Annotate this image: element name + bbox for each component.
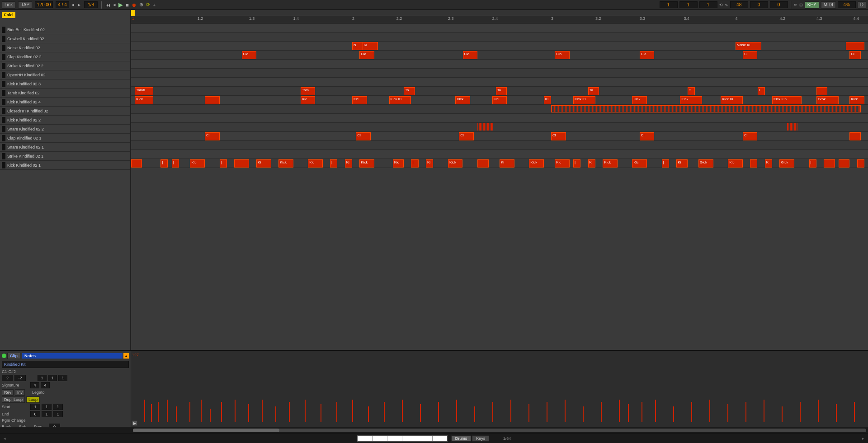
clip-kick4-2[interactable] xyxy=(205,96,220,104)
clip-tamb-4[interactable]: Ta xyxy=(496,87,507,95)
clip-k1-33[interactable] xyxy=(824,159,835,168)
clip-k1-32[interactable]: | xyxy=(809,159,816,168)
clip-kick4-7[interactable]: Kic xyxy=(492,96,507,104)
clip-k1-14[interactable]: | xyxy=(411,159,418,168)
clip-k1-6[interactable] xyxy=(234,159,249,168)
clip-tamb-7[interactable]: I xyxy=(758,87,765,95)
clip-k1-23[interactable]: Kick xyxy=(603,159,618,168)
inv-button[interactable]: Inv xyxy=(15,389,25,396)
d-button[interactable]: D xyxy=(858,1,866,9)
clip-k1-22[interactable]: K xyxy=(588,159,595,168)
clip-k1-35[interactable] xyxy=(857,159,864,168)
rewind-icon[interactable]: ⏮ xyxy=(105,2,110,8)
rev-button[interactable]: Rev xyxy=(2,389,14,396)
clip-tamb-2[interactable]: Tam xyxy=(301,87,316,95)
clip-k1-29[interactable]: | xyxy=(750,159,757,168)
bank-val1-input[interactable] xyxy=(2,375,13,381)
track-row-strike2[interactable] xyxy=(131,60,868,69)
clip-kick4-3[interactable]: Kic xyxy=(301,96,316,104)
clip-clap2-3[interactable]: Cla xyxy=(463,51,478,59)
sig-top-input[interactable] xyxy=(30,382,39,388)
clip-clap2-2[interactable]: Cla xyxy=(359,51,374,59)
h-scrollbar[interactable] xyxy=(0,427,868,433)
prev-icon[interactable]: ◂ xyxy=(113,2,116,8)
clip-clap2-5[interactable]: Cla xyxy=(640,51,655,59)
mini-piano-area[interactable]: 127 xyxy=(131,351,868,427)
clip-clap2-4[interactable]: Cla xyxy=(555,51,570,59)
record-icon[interactable]: ⏺ xyxy=(132,2,137,8)
clip-k1-11[interactable]: Ki xyxy=(345,159,352,168)
track-row-kick2[interactable] xyxy=(131,114,868,123)
clip-k1-25[interactable]: | xyxy=(662,159,669,168)
bank-val3-input[interactable] xyxy=(38,375,47,381)
clip-k1-17[interactable] xyxy=(477,159,488,168)
clip-k1-1[interactable] xyxy=(131,159,142,168)
track-row-noise[interactable]: Noise Ki Noise Ki xyxy=(131,42,868,51)
track-row-clap1[interactable]: Cl Cl Cl Cl Cl Cl xyxy=(131,132,868,141)
follow-icon[interactable]: + xyxy=(153,2,156,8)
clip-k1-18[interactable]: Ki xyxy=(500,159,514,168)
notes-expand-button[interactable]: ▲ xyxy=(123,353,129,359)
clip-kick4-13[interactable]: Kick Kin xyxy=(772,96,802,104)
clip-kick4-15[interactable]: Kick xyxy=(849,96,864,104)
clip-k1-5[interactable]: | xyxy=(220,159,227,168)
clip-k1-24[interactable]: Kic xyxy=(632,159,647,168)
loop-button[interactable]: Loop xyxy=(26,396,40,403)
clip-clap1-2[interactable]: Cl xyxy=(356,132,371,140)
clip-tamb-6[interactable]: T xyxy=(688,87,695,95)
track-row-snare1[interactable] xyxy=(131,141,868,150)
clip-kick4-5[interactable]: Kick Ki xyxy=(389,96,411,104)
fold-button[interactable]: Fold xyxy=(2,12,15,18)
play-icon[interactable]: ▶ xyxy=(118,1,123,8)
mini-roll-play-button[interactable]: ▶ xyxy=(132,420,137,426)
start-val1[interactable] xyxy=(30,404,40,410)
clip-k1-26[interactable]: Ki xyxy=(676,159,687,168)
clip-clap2-7[interactable]: Cl xyxy=(849,51,860,59)
track-row-cowbell[interactable] xyxy=(131,33,868,42)
end-val3[interactable] xyxy=(53,411,63,417)
clip-k1-7[interactable]: Ki xyxy=(256,159,271,168)
clip-chh-dense[interactable] xyxy=(551,105,861,112)
clip-k1-15[interactable]: Ki xyxy=(426,159,433,168)
clip-kick4-14[interactable]: Grok xyxy=(816,96,839,104)
clip-tamb-1[interactable]: Tamb xyxy=(135,87,153,95)
dupl-loop-button[interactable]: Dupl Loop xyxy=(2,396,25,403)
track-row-tamb[interactable]: Tamb Tam Ta Ta Ta T I xyxy=(131,87,868,96)
keys-tab[interactable]: Keys xyxy=(472,435,489,442)
clip-kick4-12[interactable]: Kick Ki xyxy=(721,96,743,104)
bank-val2-input[interactable] xyxy=(14,375,26,381)
clip-k1-19[interactable]: Kick xyxy=(529,159,544,168)
select-icon[interactable]: ⊞ xyxy=(799,3,803,7)
mini-piano-roll[interactable]: ▶ xyxy=(131,351,868,427)
bank-val5-input[interactable] xyxy=(58,375,67,381)
track-row-openhh[interactable] xyxy=(131,69,868,78)
clip-k1-20[interactable]: Kic xyxy=(555,159,570,168)
loop-icon[interactable]: ⟳ xyxy=(146,2,150,8)
clip-k1-13[interactable]: Kic xyxy=(393,159,404,168)
clip-kick4-8[interactable]: Ki xyxy=(544,96,551,104)
clip-k1-31[interactable]: Gick xyxy=(779,159,794,168)
start-val3[interactable] xyxy=(53,404,63,410)
clip-clap2-6[interactable]: Cl xyxy=(743,51,758,59)
track-row-strike1[interactable] xyxy=(131,150,868,159)
clip-k1-2[interactable]: | xyxy=(160,159,168,168)
tap-button[interactable]: TAP xyxy=(18,1,32,9)
clip-tamb-5[interactable]: Ta xyxy=(588,87,599,95)
clip-noise-3[interactable]: Noise Ki xyxy=(736,42,761,50)
clip-k1-28[interactable]: Kic xyxy=(728,159,743,168)
clip-k1-3[interactable]: | xyxy=(172,159,179,168)
clip-k1-4[interactable]: Kic xyxy=(190,159,205,168)
key-button[interactable]: KEY xyxy=(805,1,819,9)
bank-val4-input[interactable] xyxy=(48,375,57,381)
clip-clap1-7[interactable] xyxy=(849,132,860,140)
track-row-clap2[interactable]: Cla Cla Cla Cla Cla Cl Cl xyxy=(131,51,868,60)
track-row-snare2[interactable] xyxy=(131,123,868,132)
end-val2[interactable] xyxy=(42,411,52,417)
drums-tab[interactable]: Drums xyxy=(451,435,472,442)
clip-clap1-6[interactable]: Cl xyxy=(743,132,758,140)
clip-kick4-11[interactable]: Kick xyxy=(680,96,702,104)
clip-k1-9[interactable]: Kic xyxy=(308,159,323,168)
clip-k1-10[interactable]: | xyxy=(330,159,337,168)
clip-k1-8[interactable]: Kick xyxy=(278,159,293,168)
midi-button[interactable]: MIDI xyxy=(821,1,836,9)
